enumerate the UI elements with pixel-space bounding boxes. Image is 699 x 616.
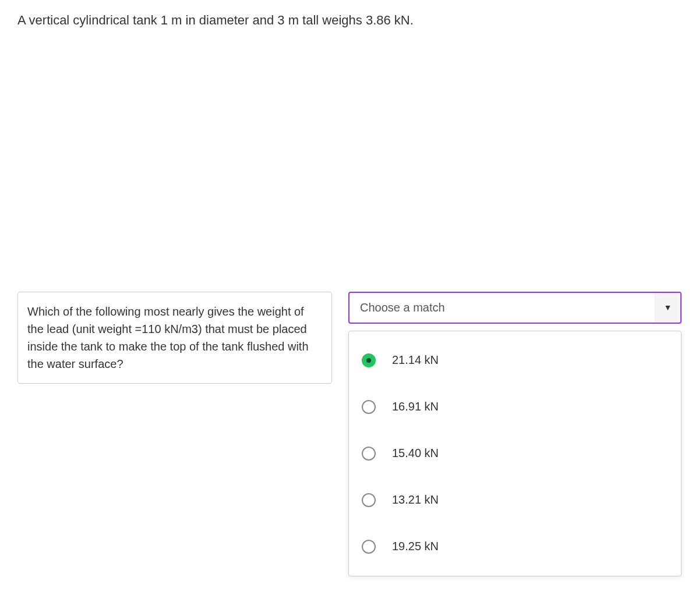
option-item[interactable]: 15.40 kN <box>349 430 681 477</box>
dropdown-placeholder: Choose a match <box>360 301 445 314</box>
radio-icon <box>362 353 376 367</box>
problem-statement: A vertical cylindrical tank 1 m in diame… <box>17 12 682 30</box>
option-item[interactable]: 19.25 kN <box>349 523 681 570</box>
content-row: Which of the following most nearly gives… <box>17 292 682 576</box>
radio-icon <box>362 493 376 507</box>
chevron-down-icon: ▼ <box>655 293 680 322</box>
option-label: 21.14 kN <box>392 353 439 367</box>
answer-column: Choose a match ▼ 21.14 kN 16.91 kN 15.40… <box>348 292 682 576</box>
radio-icon <box>362 400 376 414</box>
question-text: Which of the following most nearly gives… <box>27 305 309 370</box>
question-box: Which of the following most nearly gives… <box>17 292 332 384</box>
option-label: 15.40 kN <box>392 447 439 460</box>
radio-icon <box>362 540 376 554</box>
option-item[interactable]: 13.21 kN <box>349 477 681 523</box>
options-list: 21.14 kN 16.91 kN 15.40 kN 13.21 kN 19.2… <box>348 331 682 576</box>
option-label: 13.21 kN <box>392 493 439 507</box>
radio-icon <box>362 447 376 461</box>
option-label: 19.25 kN <box>392 540 439 553</box>
option-item[interactable]: 16.91 kN <box>349 384 681 430</box>
option-item[interactable]: 21.14 kN <box>349 337 681 384</box>
match-dropdown[interactable]: Choose a match ▼ <box>348 292 682 324</box>
option-label: 16.91 kN <box>392 400 439 413</box>
